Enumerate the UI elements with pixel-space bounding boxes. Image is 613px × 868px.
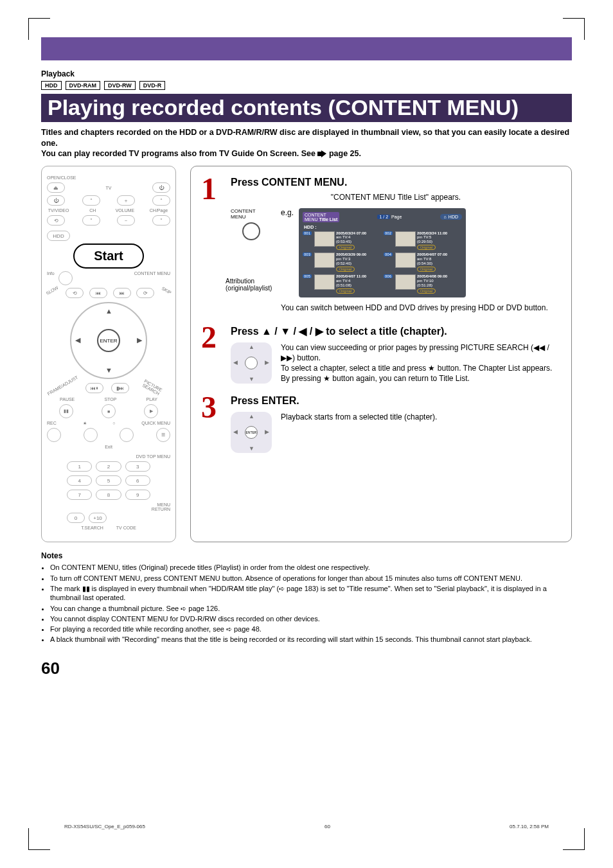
eject-button[interactable]: ⏏ [47,182,65,193]
osd-thumb[interactable]: 0042005/04/07 07:00am TV:8(0:54:30)Origi… [384,252,462,272]
header-bar [41,37,572,60]
play-label: PLAY [147,397,157,402]
up-arrow-icon[interactable]: ▲ [249,344,254,350]
key-7[interactable]: 7 [67,490,92,500]
osd-source-hdd: ⌂HDD [440,214,462,220]
power-button[interactable]: ⏻ [47,195,65,206]
key-plus10[interactable]: +10 [89,513,107,523]
enter-center[interactable] [245,357,258,369]
note-item: On CONTENT MENU, titles (Original) prece… [50,563,572,572]
print-foot-left: RD-XS54SU/SC_Ope_E_p059-065 [64,824,145,829]
osd-thumb[interactable]: 0032005/03/29 09:00pm TV:3(0:52:40)Origi… [303,252,381,272]
tvvideo-button[interactable]: ⟲ [47,215,65,226]
note-item: You cannot display CONTENT MENU for DVD-… [50,614,572,623]
play-button[interactable]: ▶ [144,404,158,418]
note-item: A black thumbnail with "Recording" means… [50,635,572,644]
media-tag-row: HDD DVD-RAM DVD-RW DVD-R [41,81,572,90]
key-3[interactable]: 3 [125,461,150,472]
content-menu-label: CONTENT MENU [134,271,170,285]
up-arrow-icon[interactable]: ▲ [105,307,112,315]
step2-line3: By pressing ★ button again, you can retu… [281,373,561,384]
vol-up-button[interactable]: ＋ [117,195,135,206]
step-number: 3 [201,395,224,453]
intro-line2-pre: You can play recorded TV programs also f… [41,149,317,158]
skip-prev-button[interactable]: ⏮ [89,288,107,298]
skip-label: SKIP [158,286,172,300]
step-title: Press CONTENT MENU. [231,177,561,188]
arrow-right-icon [317,150,326,157]
osd-thumb[interactable]: 0022005/03/24 11:00pm TV:5(0:29:50)Origi… [384,231,462,251]
star-icon: ★ [323,374,330,383]
print-foot-right: 05.7.10, 2:58 PM [510,824,549,829]
ch-up-button[interactable]: ˄ [82,195,100,206]
stop-button[interactable]: ■ [102,404,116,418]
osd-thumb[interactable]: 0052005/04/07 11:00am TV:4(0:51:08)Origi… [303,274,381,294]
osd-thumb[interactable]: 0062005/04/08 09:00pm TV:10(0:51:28)Orig… [384,274,462,294]
slow-rev-button[interactable]: ⟲ [66,288,84,298]
step-3: 3 Press ENTER. ▲ ▼ ◀ ▶ ENTER Playback st… [201,395,561,453]
step-title: Press ENTER. [231,395,561,407]
star-icon: ★ [428,364,435,373]
key-8[interactable]: 8 [96,490,121,500]
remote-number-pad-section: DVD TOP MENU 1 2 3 4 5 6 7 8 9 MENU RETU… [47,454,170,530]
content-menu-round-button[interactable] [242,222,260,240]
crop-mark [28,828,50,850]
picsearch-fwd-button[interactable]: ▮⏭ [111,383,129,393]
tsearch-label: T.SEARCH [81,526,103,530]
print-footer: RD-XS54SU/SC_Ope_E_p059-065 60 05.7.10, … [64,824,549,829]
left-arrow-icon[interactable]: ◀ [75,336,80,344]
step3-desc: Playback starts from a selected title (c… [281,412,437,422]
step-1: 1 Press CONTENT MENU. "CONTENT MENU Titl… [201,177,561,313]
key-9[interactable]: 9 [125,490,150,500]
ch-down-button[interactable]: ˅ [82,215,100,226]
start-callout: Start [73,244,144,269]
pause-button[interactable]: ▮▮ [59,404,73,418]
step-title: Press ▲ / ▼ / ◀ / ▶ to select a title (c… [231,325,561,337]
remote-control-illustration: OPEN/CLOSE ⏏ TV ⏻ ⏻ ˄ ＋ ˄ TV/VIDEO CH VO… [41,166,176,542]
right-arrow-icon[interactable]: ▶ [137,336,142,344]
rec-label: REC [47,421,57,425]
note-item: For playing a recorded title while recor… [50,624,572,633]
left-arrow-icon: ◀ [233,429,238,435]
quickmenu-button[interactable]: ☰ [156,428,170,442]
key-4[interactable]: 4 [67,475,92,486]
dvd-topmenu-label: DVD TOP MENU [47,454,170,459]
step-appears: "CONTENT MENU Title List" appears. [231,192,561,202]
right-arrow-icon: ▶ [265,429,269,435]
steps-panel: 1 Press CONTENT MENU. "CONTENT MENU Titl… [190,166,572,542]
slow-fwd-button[interactable]: ⟳ [136,288,154,298]
rec-button[interactable] [47,428,61,442]
page-title-text: Playing recorded contents (CONTENT MENU) [48,96,519,120]
down-arrow-icon[interactable]: ▼ [249,376,254,382]
crop-mark [28,18,50,40]
frame-rev-button[interactable]: ⏮▮ [85,383,103,393]
step-2: 2 Press ▲ / ▼ / ◀ / ▶ to select a title … [201,325,561,384]
vol-down-button[interactable]: － [117,215,135,226]
chpage-up-button[interactable]: ˄ [152,195,170,206]
key-2[interactable]: 2 [96,461,121,472]
left-arrow-icon[interactable]: ◀ [233,359,238,366]
star-button[interactable] [84,428,98,442]
tv-power-button[interactable]: ⏻ [152,182,170,193]
key-5[interactable]: 5 [96,475,121,486]
right-arrow-icon[interactable]: ▶ [265,359,269,366]
key-1[interactable]: 1 [67,461,92,472]
skip-next-button[interactable]: ⏭ [113,288,131,298]
stop-label: STOP [104,397,116,402]
tvcode-label: TV CODE [116,526,136,530]
info-label: Info [47,271,55,285]
chpage-down-button[interactable]: ˅ [152,215,170,226]
down-arrow-icon[interactable]: ▼ [105,366,112,374]
nav-pad[interactable]: ▲ ▼ ◀ ▶ ENTER [70,302,147,379]
attribution-callout: Attribution (original/playlist) [226,278,277,292]
key-0[interactable]: 0 [67,513,85,523]
key-6[interactable]: 6 [125,475,150,486]
circle-button[interactable] [120,428,134,442]
info-button[interactable] [58,271,73,285]
intro-line1: Titles and chapters recorded on the HDD … [41,128,569,148]
star-label: ★ [83,421,87,425]
hdd-button[interactable]: HDD [47,231,70,241]
osd-thumb[interactable]: 0012005/03/24 07:00am TV:4(0:53:45)Origi… [303,231,381,251]
print-foot-mid: 60 [324,824,330,829]
chpage-label: CH/Page [147,208,170,213]
